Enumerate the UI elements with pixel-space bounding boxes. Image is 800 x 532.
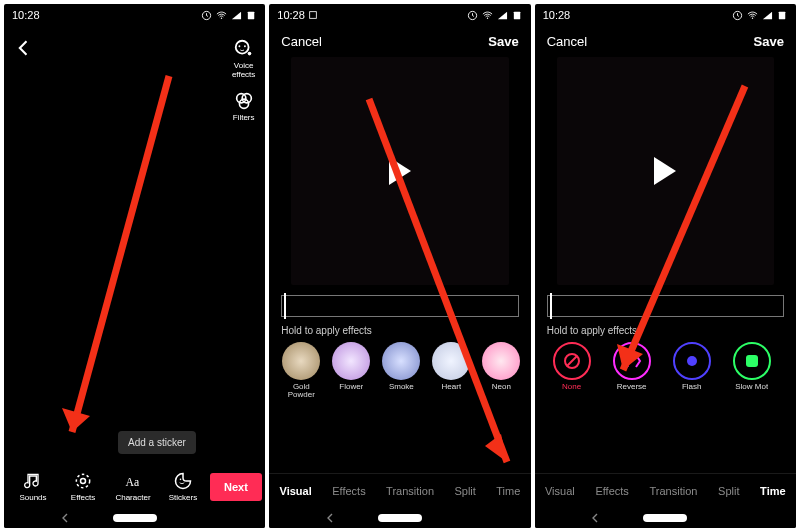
svg-point-5: [238, 45, 240, 47]
status-bar: 10:28: [4, 4, 265, 26]
video-preview[interactable]: [291, 57, 508, 285]
save-button[interactable]: Save: [488, 34, 518, 49]
svg-rect-2: [248, 11, 254, 18]
time-effect-label: None: [562, 383, 581, 399]
effect-thumbnails: NoneReverseFlashSlow Mot: [535, 342, 796, 399]
status-bar: 10:28: [535, 4, 796, 26]
time-effect-label: Flash: [682, 383, 702, 399]
svg-point-1: [221, 17, 222, 18]
time-effect-thumb[interactable]: None: [545, 342, 599, 399]
next-button[interactable]: Next: [210, 473, 262, 501]
android-navbar: [4, 508, 265, 528]
effect-thumb[interactable]: Gold Powder: [279, 342, 323, 399]
svg-rect-18: [513, 11, 519, 18]
tab-time[interactable]: Time: [760, 485, 785, 497]
effect-thumb-label: Neon: [492, 383, 511, 399]
back-icon[interactable]: [14, 38, 34, 58]
time-effect-thumb[interactable]: Slow Mot: [725, 342, 779, 399]
tab-transition[interactable]: Transition: [386, 485, 434, 497]
screen-visual-effects: 10:28 Cancel Save Hold to apply effects …: [269, 4, 530, 528]
nav-back-icon[interactable]: [322, 510, 338, 526]
effects-icon: [73, 471, 93, 491]
timeline[interactable]: [281, 295, 518, 317]
timeline[interactable]: [547, 295, 784, 317]
effect-thumb-label: Smoke: [389, 383, 414, 399]
svg-point-11: [81, 479, 86, 484]
android-navbar: [535, 508, 796, 528]
stickers-icon: [173, 471, 193, 491]
svg-point-3: [235, 41, 248, 54]
sticker-tooltip: Add a sticker: [118, 431, 196, 454]
svg-rect-15: [310, 12, 317, 19]
svg-line-24: [567, 356, 577, 366]
effect-tabs: Visual Effects Transition Split Time: [535, 473, 796, 508]
svg-point-4: [247, 52, 251, 56]
play-icon: [389, 157, 411, 185]
effect-thumb-label: Heart: [442, 383, 462, 399]
voice-effects-button[interactable]: Voice effects: [232, 38, 255, 80]
svg-rect-26: [746, 355, 758, 367]
effect-thumb[interactable]: Rainbow: [529, 342, 530, 399]
effect-thumb[interactable]: Smoke: [379, 342, 423, 399]
timeline-cursor[interactable]: [284, 293, 286, 319]
character-button[interactable]: Aa Character: [110, 471, 156, 502]
hold-hint: Hold to apply effects: [547, 325, 784, 336]
effects-button[interactable]: Effects: [60, 471, 106, 502]
hold-hint: Hold to apply effects: [281, 325, 518, 336]
svg-point-25: [687, 356, 697, 366]
voice-effects-icon: [233, 38, 255, 60]
sounds-button[interactable]: Sounds: [10, 471, 56, 502]
svg-point-9: [239, 99, 248, 108]
svg-point-8: [242, 93, 251, 102]
status-time: 10:28: [12, 9, 40, 21]
status-icons: [201, 10, 257, 21]
tab-effects[interactable]: Effects: [332, 485, 365, 497]
status-icons: [467, 10, 523, 21]
character-icon: Aa: [123, 471, 143, 491]
tab-split[interactable]: Split: [718, 485, 739, 497]
tab-split[interactable]: Split: [454, 485, 475, 497]
filters-button[interactable]: Filters: [233, 90, 255, 123]
slow-icon: [733, 342, 771, 380]
svg-text:Aa: Aa: [126, 476, 140, 489]
tab-visual[interactable]: Visual: [545, 485, 575, 497]
tab-time[interactable]: Time: [496, 485, 520, 497]
save-button[interactable]: Save: [754, 34, 784, 49]
status-time: 10:28: [543, 9, 571, 21]
cancel-button[interactable]: Cancel: [281, 34, 321, 49]
nav-back-icon[interactable]: [587, 510, 603, 526]
reverse-icon: [613, 342, 651, 380]
effect-thumb[interactable]: Flower: [329, 342, 373, 399]
svg-point-13: [180, 479, 182, 481]
none-icon: [553, 342, 591, 380]
svg-point-21: [752, 17, 753, 18]
play-icon: [654, 157, 676, 185]
status-bar: 10:28: [269, 4, 530, 26]
effect-thumbnails: Gold PowderFlowerSmokeHeartNeonRainbow: [269, 342, 530, 399]
filters-icon: [233, 90, 255, 112]
nav-home-icon[interactable]: [113, 514, 157, 522]
tab-effects[interactable]: Effects: [595, 485, 628, 497]
status-icons: [732, 10, 788, 21]
time-effect-thumb[interactable]: Reverse: [605, 342, 659, 399]
status-time: 10:28: [277, 9, 318, 21]
nav-back-icon[interactable]: [57, 510, 73, 526]
time-effect-thumb[interactable]: Flash: [665, 342, 719, 399]
timeline-cursor[interactable]: [550, 293, 552, 319]
cancel-button[interactable]: Cancel: [547, 34, 587, 49]
screen-editor-main: 10:28 Voice effects Filters Add a sticke…: [4, 4, 265, 528]
nav-home-icon[interactable]: [643, 514, 687, 522]
effect-thumb[interactable]: Neon: [479, 342, 523, 399]
sounds-icon: [23, 471, 43, 491]
tab-visual[interactable]: Visual: [280, 485, 312, 497]
svg-point-17: [486, 17, 487, 18]
effect-thumb-label: Flower: [339, 383, 363, 399]
time-effect-label: Slow Mot: [735, 383, 768, 399]
svg-rect-22: [779, 11, 785, 18]
effect-thumb[interactable]: Heart: [429, 342, 473, 399]
stickers-button[interactable]: Stickers: [160, 471, 206, 502]
tab-transition[interactable]: Transition: [650, 485, 698, 497]
nav-home-icon[interactable]: [378, 514, 422, 522]
time-effect-label: Reverse: [617, 383, 647, 399]
video-preview[interactable]: [557, 57, 774, 285]
